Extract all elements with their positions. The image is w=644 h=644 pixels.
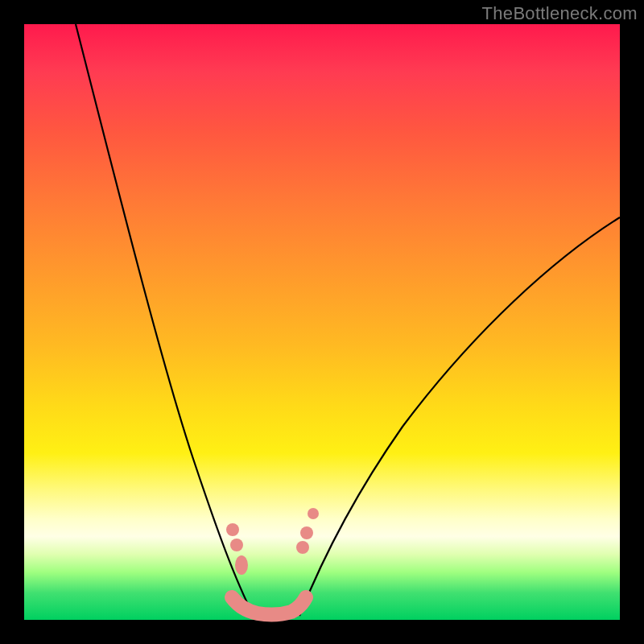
marker-dot	[296, 541, 309, 554]
chart-frame: TheBottleneck.com	[0, 0, 644, 644]
curves-svg	[24, 24, 620, 620]
plot-area	[24, 24, 620, 620]
marker-dot	[235, 555, 248, 575]
marker-dot	[308, 508, 319, 519]
marker-dot	[230, 539, 243, 551]
trough-band	[232, 597, 306, 615]
right-curve	[299, 217, 620, 616]
watermark-text: TheBottleneck.com	[482, 3, 638, 24]
marker-dot	[226, 523, 239, 536]
marker-dot	[300, 526, 313, 539]
